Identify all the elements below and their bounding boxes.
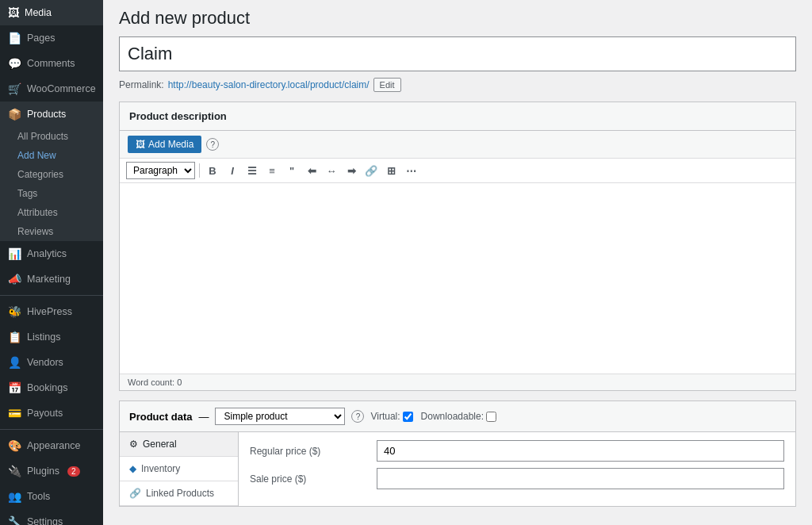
- editor-help-icon[interactable]: ?: [206, 138, 219, 151]
- payouts-icon: 💳: [8, 407, 21, 420]
- sale-price-label: Sale price ($): [250, 473, 377, 485]
- sidebar-item-pages[interactable]: 📄 Pages: [0, 25, 103, 51]
- pages-icon: 📄: [8, 32, 21, 44]
- inventory-tab-icon: ◆: [129, 463, 136, 474]
- bookings-icon: 📅: [8, 381, 21, 394]
- listings-icon: 📋: [8, 331, 21, 343]
- sidebar-item-media[interactable]: 🖼 Media: [0, 0, 103, 25]
- downloadable-checkbox[interactable]: [486, 412, 496, 422]
- media-icon: 🖼: [8, 6, 19, 19]
- align-right-button[interactable]: ➡: [343, 162, 360, 179]
- product-data-separator: —: [198, 411, 209, 423]
- sidebar-item-tools[interactable]: 🔧 Settings: [0, 509, 103, 525]
- sidebar-submenu-all-products[interactable]: All Products: [0, 127, 103, 146]
- sidebar-item-users[interactable]: 👥 Tools: [0, 484, 103, 509]
- editor-content-area[interactable]: [120, 183, 795, 374]
- virtual-check-row: Virtual: Downloadable:: [370, 411, 496, 422]
- editor-word-count: Word count: 0: [120, 374, 795, 390]
- align-center-button[interactable]: ↔: [323, 162, 340, 179]
- sale-price-row: Sale price ($): [250, 468, 784, 489]
- permalink-row: Permalink: http://beauty-salon-directory…: [119, 78, 796, 92]
- marketing-icon: 📣: [8, 273, 21, 285]
- sidebar: 🖼 Media 📄 Pages 💬 Comments 🛒 WooCommerce…: [0, 0, 103, 525]
- product-description-editor: Product description 🖼 Add Media ? Paragr…: [119, 102, 796, 391]
- editor-section-title: Product description: [129, 110, 227, 122]
- sidebar-item-marketing[interactable]: 📣 Marketing: [0, 266, 103, 292]
- sidebar-item-listings[interactable]: 📋 Listings: [0, 324, 103, 350]
- linked-products-tab-icon: 🔗: [129, 488, 141, 499]
- align-left-button[interactable]: ⬅: [303, 162, 320, 179]
- appearance-icon: 🎨: [8, 439, 21, 452]
- add-media-button[interactable]: 🖼 Add Media: [128, 136, 201, 153]
- product-data-tabs: ⚙ General ◆ Inventory 🔗 Linked Products: [120, 432, 239, 506]
- sidebar-item-plugins[interactable]: 🔌 Plugins 2: [0, 458, 103, 484]
- sidebar-item-bookings[interactable]: 📅 Bookings: [0, 375, 103, 400]
- product-tab-general[interactable]: ⚙ General: [120, 432, 238, 457]
- permalink-edit-button[interactable]: Edit: [373, 78, 401, 92]
- sidebar-submenu-reviews[interactable]: Reviews: [0, 222, 103, 241]
- blockquote-button[interactable]: ": [283, 162, 301, 179]
- woocommerce-icon: 🛒: [8, 82, 21, 95]
- product-tab-inventory[interactable]: ◆ Inventory: [120, 457, 238, 481]
- sidebar-item-vendors[interactable]: 👤 Vendors: [0, 350, 103, 375]
- regular-price-label: Regular price ($): [250, 446, 377, 457]
- plugins-badge: 2: [67, 466, 80, 477]
- product-tab-linked-products[interactable]: 🔗 Linked Products: [120, 481, 238, 506]
- permalink-label: Permalink:: [119, 79, 164, 90]
- analytics-icon: 📊: [8, 247, 21, 260]
- sidebar-submenu-tags[interactable]: Tags: [0, 184, 103, 203]
- editor-toolbar-top: 🖼 Add Media ?: [120, 131, 795, 159]
- comments-icon: 💬: [8, 57, 21, 70]
- sidebar-item-woocommerce[interactable]: 🛒 WooCommerce: [0, 76, 103, 102]
- users-icon: 👥: [8, 490, 21, 503]
- product-data-label: Product data: [129, 411, 192, 423]
- product-data-body: ⚙ General ◆ Inventory 🔗 Linked Products …: [120, 432, 795, 506]
- ordered-list-button[interactable]: ≡: [263, 162, 281, 179]
- sidebar-divider-2: [0, 429, 103, 430]
- product-data-box: Product data — Simple product Grouped pr…: [119, 400, 796, 507]
- product-type-select[interactable]: Simple product Grouped product External/…: [215, 408, 345, 425]
- page-title: Add new product: [119, 8, 796, 29]
- product-data-help-icon[interactable]: ?: [351, 410, 364, 423]
- sale-price-input[interactable]: [377, 468, 784, 489]
- sidebar-item-appearance[interactable]: 🎨 Appearance: [0, 433, 103, 458]
- add-media-icon: 🖼: [136, 139, 145, 150]
- products-icon: 📦: [8, 108, 21, 121]
- regular-price-row: Regular price ($): [250, 440, 784, 462]
- tools-icon: 🔧: [8, 515, 21, 525]
- general-tab-icon: ⚙: [129, 439, 138, 450]
- bold-button[interactable]: B: [204, 162, 221, 179]
- link-button[interactable]: 🔗: [362, 162, 380, 179]
- format-divider-1: [199, 163, 200, 178]
- editor-section-header: Product description: [120, 102, 795, 131]
- permalink-url[interactable]: http://beauty-salon-directory.local/prod…: [168, 79, 370, 90]
- sidebar-item-comments[interactable]: 💬 Comments: [0, 51, 103, 76]
- downloadable-label[interactable]: Downloadable:: [421, 411, 496, 422]
- virtual-label[interactable]: Virtual:: [370, 411, 412, 422]
- plugins-icon: 🔌: [8, 465, 21, 477]
- sidebar-item-products[interactable]: 📦 Products: [0, 102, 103, 127]
- virtual-checkbox[interactable]: [403, 412, 413, 422]
- sidebar-divider-1: [0, 295, 103, 296]
- product-name-input[interactable]: [119, 36, 796, 71]
- sidebar-item-hivepress[interactable]: 🐝 HivePress: [0, 299, 103, 324]
- regular-price-input[interactable]: [377, 440, 784, 462]
- italic-button[interactable]: I: [224, 162, 241, 179]
- main-content: Add new product Permalink: http://beauty…: [103, 0, 812, 525]
- sidebar-submenu-attributes[interactable]: Attributes: [0, 203, 103, 222]
- unordered-list-button[interactable]: ☰: [243, 162, 261, 179]
- format-select[interactable]: Paragraph Heading 1 Heading 2 Heading 3: [126, 162, 195, 179]
- vendors-icon: 👤: [8, 356, 21, 369]
- more-button[interactable]: ⋯: [402, 162, 419, 179]
- product-data-general-content: Regular price ($) Sale price ($): [239, 432, 795, 506]
- sidebar-item-payouts[interactable]: 💳 Payouts: [0, 400, 103, 426]
- sidebar-submenu-add-new[interactable]: Add New: [0, 146, 103, 165]
- product-data-header: Product data — Simple product Grouped pr…: [120, 401, 795, 432]
- editor-format-bar: Paragraph Heading 1 Heading 2 Heading 3 …: [120, 159, 795, 183]
- table-button[interactable]: ⊞: [382, 162, 400, 179]
- hivepress-icon: 🐝: [8, 305, 21, 318]
- sidebar-item-analytics[interactable]: 📊 Analytics: [0, 241, 103, 266]
- sidebar-submenu-categories[interactable]: Categories: [0, 165, 103, 184]
